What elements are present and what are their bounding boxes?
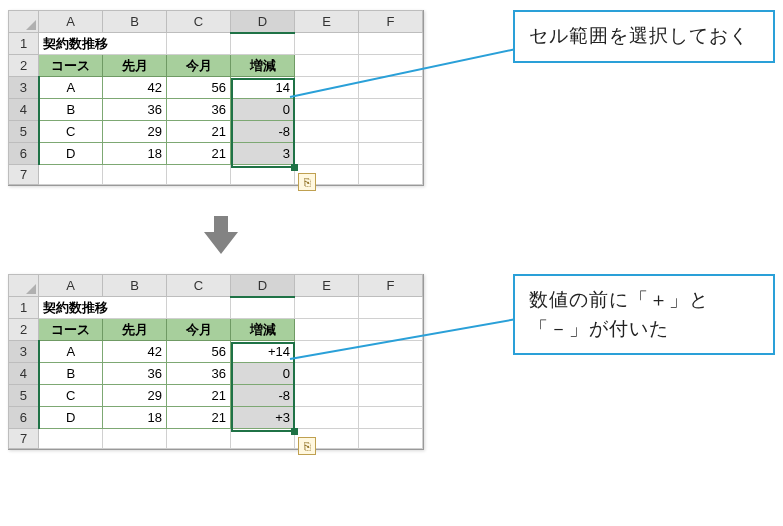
cell-diff[interactable]: 0: [231, 363, 295, 385]
col-head-E[interactable]: E: [295, 11, 359, 33]
cell-curr[interactable]: 21: [167, 385, 231, 407]
cell[interactable]: [295, 319, 359, 341]
cell[interactable]: [103, 429, 167, 449]
col-head-A[interactable]: A: [39, 275, 103, 297]
cell-prev[interactable]: 42: [103, 341, 167, 363]
row-head-7[interactable]: 7: [9, 165, 39, 185]
cell-course[interactable]: C: [39, 385, 103, 407]
cell[interactable]: [167, 429, 231, 449]
cell[interactable]: [231, 165, 295, 185]
cell[interactable]: [231, 429, 295, 449]
cell-title[interactable]: 契約数推移: [39, 297, 167, 319]
cell[interactable]: [295, 121, 359, 143]
header-diff[interactable]: 増減: [231, 55, 295, 77]
quick-analysis-icon[interactable]: ⎘: [298, 173, 316, 191]
col-head-D[interactable]: D: [231, 275, 295, 297]
cell[interactable]: [295, 55, 359, 77]
cell-prev[interactable]: 42: [103, 77, 167, 99]
cell-diff-active[interactable]: 14: [231, 77, 295, 99]
cell-curr[interactable]: 21: [167, 143, 231, 165]
cell-curr[interactable]: 56: [167, 341, 231, 363]
cell[interactable]: [39, 165, 103, 185]
header-prev[interactable]: 先月: [103, 55, 167, 77]
row-head-4[interactable]: 4: [9, 99, 39, 121]
cell-curr[interactable]: 56: [167, 77, 231, 99]
spreadsheet-after[interactable]: A B C D E F 1 契約数推移 2 コース 先月 今月 増減: [8, 274, 424, 450]
cell[interactable]: [359, 429, 423, 449]
row-head-6[interactable]: 6: [9, 407, 39, 429]
row-head-1[interactable]: 1: [9, 33, 39, 55]
cell[interactable]: [295, 33, 359, 55]
select-all-corner[interactable]: [9, 275, 39, 297]
cell[interactable]: [167, 33, 231, 55]
cell-prev[interactable]: 29: [103, 121, 167, 143]
cell-prev[interactable]: 18: [103, 143, 167, 165]
cell[interactable]: [295, 297, 359, 319]
col-head-C[interactable]: C: [167, 275, 231, 297]
cell-course[interactable]: A: [39, 77, 103, 99]
cell[interactable]: [359, 33, 423, 55]
cell[interactable]: [167, 297, 231, 319]
row-head-2[interactable]: 2: [9, 55, 39, 77]
col-head-F[interactable]: F: [359, 275, 423, 297]
row-head-7[interactable]: 7: [9, 429, 39, 449]
cell-course[interactable]: B: [39, 363, 103, 385]
cell[interactable]: [359, 385, 423, 407]
col-head-F[interactable]: F: [359, 11, 423, 33]
cell-curr[interactable]: 36: [167, 363, 231, 385]
cell-diff-active[interactable]: +14: [231, 341, 295, 363]
cell[interactable]: [295, 363, 359, 385]
cell-diff[interactable]: 0: [231, 99, 295, 121]
cell-course[interactable]: D: [39, 407, 103, 429]
header-curr[interactable]: 今月: [167, 55, 231, 77]
cell[interactable]: [103, 165, 167, 185]
cell-prev[interactable]: 36: [103, 363, 167, 385]
cell-title[interactable]: 契約数推移: [39, 33, 167, 55]
quick-analysis-icon[interactable]: ⎘: [298, 437, 316, 455]
cell[interactable]: [295, 407, 359, 429]
cell[interactable]: [359, 297, 423, 319]
row-head-3[interactable]: 3: [9, 341, 39, 363]
cell-course[interactable]: D: [39, 143, 103, 165]
cell[interactable]: [359, 363, 423, 385]
row-head-5[interactable]: 5: [9, 385, 39, 407]
cell[interactable]: [231, 297, 295, 319]
cell-diff[interactable]: -8: [231, 121, 295, 143]
grid-before[interactable]: A B C D E F 1 契約数推移 2 コース 先月 今月 増減: [8, 10, 423, 185]
cell-curr[interactable]: 21: [167, 121, 231, 143]
col-head-D[interactable]: D: [231, 11, 295, 33]
cell-course[interactable]: A: [39, 341, 103, 363]
row-head-2[interactable]: 2: [9, 319, 39, 341]
cell-diff[interactable]: -8: [231, 385, 295, 407]
cell[interactable]: [231, 33, 295, 55]
cell-diff[interactable]: +3: [231, 407, 295, 429]
cell-prev[interactable]: 29: [103, 385, 167, 407]
cell-prev[interactable]: 36: [103, 99, 167, 121]
row-head-5[interactable]: 5: [9, 121, 39, 143]
cell[interactable]: [295, 99, 359, 121]
cell[interactable]: [359, 55, 423, 77]
cell-diff[interactable]: 3: [231, 143, 295, 165]
cell-course[interactable]: C: [39, 121, 103, 143]
col-head-E[interactable]: E: [295, 275, 359, 297]
header-prev[interactable]: 先月: [103, 319, 167, 341]
row-head-4[interactable]: 4: [9, 363, 39, 385]
row-head-3[interactable]: 3: [9, 77, 39, 99]
cell[interactable]: [39, 429, 103, 449]
cell-course[interactable]: B: [39, 99, 103, 121]
row-head-1[interactable]: 1: [9, 297, 39, 319]
spreadsheet-before[interactable]: A B C D E F 1 契約数推移 2 コース 先月 今月 増減: [8, 10, 424, 186]
cell[interactable]: [359, 99, 423, 121]
col-head-B[interactable]: B: [103, 275, 167, 297]
header-diff[interactable]: 増減: [231, 319, 295, 341]
cell[interactable]: [359, 165, 423, 185]
cell-prev[interactable]: 18: [103, 407, 167, 429]
col-head-A[interactable]: A: [39, 11, 103, 33]
header-course[interactable]: コース: [39, 319, 103, 341]
cell[interactable]: [359, 121, 423, 143]
cell[interactable]: [359, 407, 423, 429]
grid-after[interactable]: A B C D E F 1 契約数推移 2 コース 先月 今月 増減: [8, 274, 423, 449]
cell[interactable]: [359, 143, 423, 165]
select-all-corner[interactable]: [9, 11, 39, 33]
cell[interactable]: [295, 385, 359, 407]
